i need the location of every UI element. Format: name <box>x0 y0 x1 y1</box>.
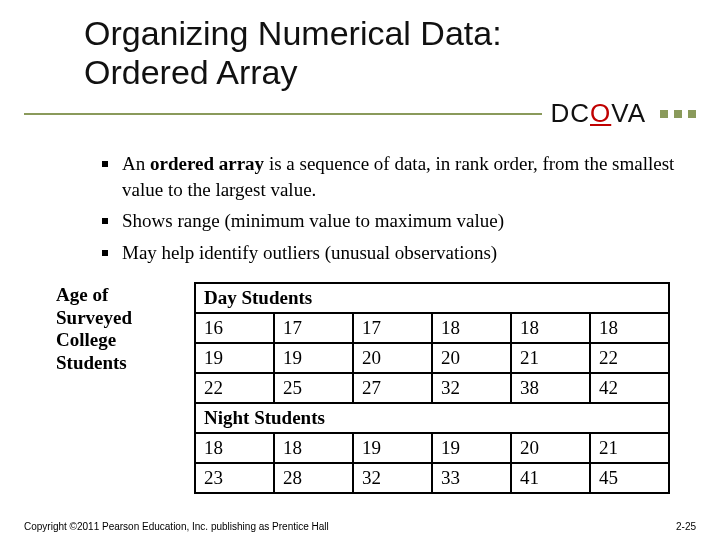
data-table: Day Students 16 17 17 18 18 18 19 19 20 … <box>194 282 670 494</box>
bullet-icon <box>102 218 108 224</box>
table-header-night: Night Students <box>195 403 669 433</box>
text-bold: ordered array <box>150 153 264 174</box>
table-cell: 18 <box>590 313 669 343</box>
title-block: Organizing Numerical Data: Ordered Array <box>24 14 696 92</box>
bullet-item: May help identify outliers (unusual obse… <box>102 240 696 266</box>
slide-title-line2: Ordered Array <box>84 53 696 92</box>
table-cell: 19 <box>432 433 511 463</box>
table-cell: 41 <box>511 463 590 493</box>
table-cell: 20 <box>353 343 432 373</box>
page-number: 2-25 <box>676 521 696 532</box>
table-cell: 19 <box>353 433 432 463</box>
table-cell: 28 <box>274 463 353 493</box>
dcova-label: DCOVA <box>550 98 652 129</box>
table-row: 22 25 27 32 38 42 <box>195 373 669 403</box>
table-cell: 32 <box>432 373 511 403</box>
table-cell: 27 <box>353 373 432 403</box>
footer: Copyright ©2011 Pearson Education, Inc. … <box>24 521 696 532</box>
table-row: 19 19 20 20 21 22 <box>195 343 669 373</box>
table-cell: 18 <box>274 433 353 463</box>
table-cell: 19 <box>195 343 274 373</box>
table-cell: 45 <box>590 463 669 493</box>
table-cell: 22 <box>590 343 669 373</box>
bullet-list: An ordered array is a sequence of data, … <box>102 151 696 266</box>
table-header-day: Day Students <box>195 283 669 313</box>
divider-line-left <box>24 113 542 115</box>
text-span: An <box>122 153 150 174</box>
copyright-text: Copyright ©2011 Pearson Education, Inc. … <box>24 521 329 532</box>
dcova-a: A <box>628 98 646 128</box>
table-cell: 17 <box>274 313 353 343</box>
table-cell: 18 <box>511 313 590 343</box>
table-row: 16 17 17 18 18 18 <box>195 313 669 343</box>
table-wrap: Day Students 16 17 17 18 18 18 19 19 20 … <box>194 282 670 494</box>
table-row: 23 28 32 33 41 45 <box>195 463 669 493</box>
bullet-item: Shows range (minimum value to maximum va… <box>102 208 696 234</box>
slide-title-line1: Organizing Numerical Data: <box>84 14 696 53</box>
bullet-text: May help identify outliers (unusual obse… <box>122 240 696 266</box>
table-cell: 25 <box>274 373 353 403</box>
table-row: 18 18 19 19 20 21 <box>195 433 669 463</box>
slide: Organizing Numerical Data: Ordered Array… <box>0 0 720 540</box>
table-cell: 21 <box>511 343 590 373</box>
dcova-c: C <box>570 98 590 128</box>
bullet-icon <box>102 250 108 256</box>
table-cell: 18 <box>195 433 274 463</box>
divider-row: DCOVA <box>24 98 696 129</box>
table-cell: 19 <box>274 343 353 373</box>
dcova-d: D <box>550 98 570 128</box>
table-cell: 22 <box>195 373 274 403</box>
divider-accent <box>660 110 696 118</box>
bullet-text: An ordered array is a sequence of data, … <box>122 151 696 202</box>
bullet-item: An ordered array is a sequence of data, … <box>102 151 696 202</box>
table-cell: 38 <box>511 373 590 403</box>
table-cell: 17 <box>353 313 432 343</box>
table-header-row: Night Students <box>195 403 669 433</box>
table-side-label: Age of Surveyed College Students <box>56 282 176 494</box>
dcova-v: V <box>611 98 627 128</box>
table-cell: 42 <box>590 373 669 403</box>
table-cell: 16 <box>195 313 274 343</box>
square-icon <box>660 110 668 118</box>
table-cell: 21 <box>590 433 669 463</box>
dcova-o: O <box>590 98 611 128</box>
table-cell: 33 <box>432 463 511 493</box>
table-cell: 23 <box>195 463 274 493</box>
bullet-icon <box>102 161 108 167</box>
table-cell: 18 <box>432 313 511 343</box>
square-icon <box>674 110 682 118</box>
table-cell: 32 <box>353 463 432 493</box>
bullet-text: Shows range (minimum value to maximum va… <box>122 208 696 234</box>
content-row: Age of Surveyed College Students Day Stu… <box>24 282 696 494</box>
table-cell: 20 <box>511 433 590 463</box>
table-header-row: Day Students <box>195 283 669 313</box>
table-cell: 20 <box>432 343 511 373</box>
square-icon <box>688 110 696 118</box>
